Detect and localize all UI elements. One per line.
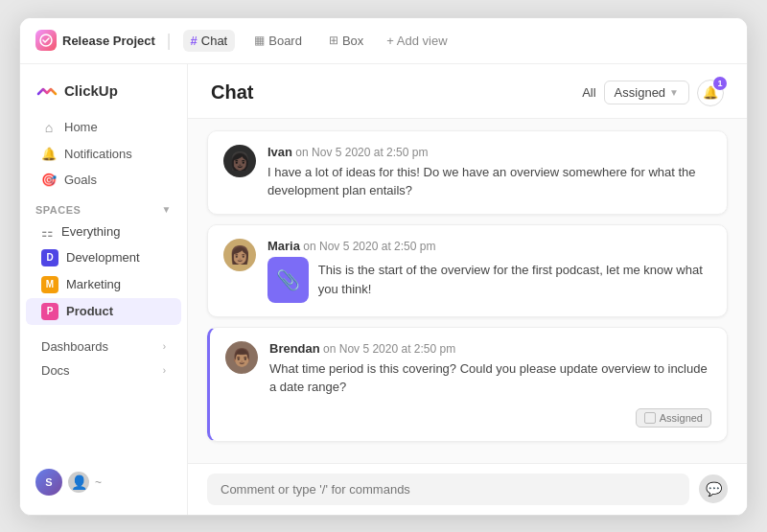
filter-all[interactable]: All [582,85,595,100]
message-author: Brendan [269,341,320,356]
avatar: 👩🏿 [223,145,256,177]
message-text: This is the start of the overview for th… [318,261,711,298]
sidebar-item-home[interactable]: ⌂ Home [26,114,181,141]
sidebar-item-product[interactable]: P Product [26,298,181,325]
avatar-secondary: 👤 [68,472,89,493]
message-meta: Brendan on Nov 5 2020 at 2:50 pm [269,341,711,356]
project-icon [35,30,57,51]
message-item: 👩🏿 Ivan on Nov 5 2020 at 2:50 pm I have … [207,130,728,215]
sidebar-item-dashboards[interactable]: Dashboards › [26,335,181,359]
message-attachment: 📎 This is the start of the overview for … [267,257,711,303]
sidebar-item-goals[interactable]: 🎯 Goals [26,167,181,193]
message-body: Ivan on Nov 5 2020 at 2:50 pm I have a l… [267,145,711,200]
chat-panel: Chat All Assigned ▼ 🔔 1 👩🏿 [188,64,747,515]
messages-list: 👩🏿 Ivan on Nov 5 2020 at 2:50 pm I have … [188,119,747,463]
message-item: 👨🏽 Brendan on Nov 5 2020 at 2:50 pm What… [207,327,728,442]
app-window: Release Project | # Chat ▦ Board ⊞ Box +… [19,17,748,516]
spaces-section: Spaces ▼ [20,193,187,220]
avatar: 👨🏽 [225,341,258,374]
spaces-collapse-icon[interactable]: ▼ [162,204,172,215]
message-text: I have a lot of ideas for this! Do we ha… [267,163,711,200]
assigned-button[interactable]: Assigned [636,408,711,428]
topbar: Release Project | # Chat ▦ Board ⊞ Box +… [20,18,747,64]
comment-input[interactable] [207,474,689,505]
docs-chevron-icon: › [163,365,166,376]
topbar-divider: | [167,31,172,51]
tab-board[interactable]: ▦ Board [246,30,310,52]
dashboards-chevron-icon: › [163,341,166,352]
main-layout: ClickUp ⌂ Home 🔔 Notifications 🎯 Goals S… [20,64,747,515]
avatar: 👩🏽 [223,239,256,271]
project-title[interactable]: Release Project [35,30,155,51]
attachment-thumbnail[interactable]: 📎 [267,257,309,303]
avatar: S [35,469,62,496]
send-button[interactable]: 💬 [699,474,728,503]
chat-title: Chat [211,81,253,104]
notification-badge: 1 [713,77,727,90]
message-meta: Maria on Nov 5 2020 at 2:50 pm [267,239,711,253]
message-meta: Ivan on Nov 5 2020 at 2:50 pm [267,145,711,159]
chat-header: Chat All Assigned ▼ 🔔 1 [188,64,747,119]
bell-icon: 🔔 [41,147,57,161]
product-badge: P [41,303,58,320]
sidebar-item-docs[interactable]: Docs › [26,359,181,382]
user-profile[interactable]: S 👤 ~ [20,461,187,503]
everything-icon: ⚏ [41,224,54,240]
user-menu-icon: ~ [95,475,102,489]
logo[interactable]: ClickUp [20,76,187,114]
message-text: What time period is this covering? Could… [269,359,711,397]
goals-icon: 🎯 [41,173,57,187]
message-body: Brendan on Nov 5 2020 at 2:50 pm What ti… [269,341,711,428]
home-icon: ⌂ [41,120,57,135]
assigned-chevron-icon: ▼ [669,87,679,98]
sidebar: ClickUp ⌂ Home 🔔 Notifications 🎯 Goals S… [20,64,188,515]
notification-bell[interactable]: 🔔 1 [697,80,724,106]
message-item: 👩🏽 Maria on Nov 5 2020 at 2:50 pm 📎 This… [207,224,728,317]
message-body: Maria on Nov 5 2020 at 2:50 pm 📎 This is… [267,239,711,303]
sidebar-item-marketing[interactable]: M Marketing [26,271,181,298]
chat-filters: All Assigned ▼ 🔔 1 [582,80,724,106]
send-icon: 💬 [706,481,722,497]
assigned-checkbox[interactable] [644,412,656,424]
sidebar-item-notifications[interactable]: 🔔 Notifications [26,141,181,167]
sidebar-item-development[interactable]: D Development [26,244,181,271]
sidebar-item-everything[interactable]: ⚏ Everything [26,220,181,244]
filter-assigned-dropdown[interactable]: Assigned ▼ [604,81,689,104]
development-badge: D [41,249,58,266]
marketing-badge: M [41,276,58,293]
add-view-button[interactable]: + Add view [386,34,447,48]
tab-chat[interactable]: # Chat [183,30,236,52]
tab-box[interactable]: ⊞ Box [321,30,371,52]
message-author: Maria [267,239,300,253]
message-author: Ivan [267,145,292,159]
comment-bar: 💬 [188,463,747,515]
